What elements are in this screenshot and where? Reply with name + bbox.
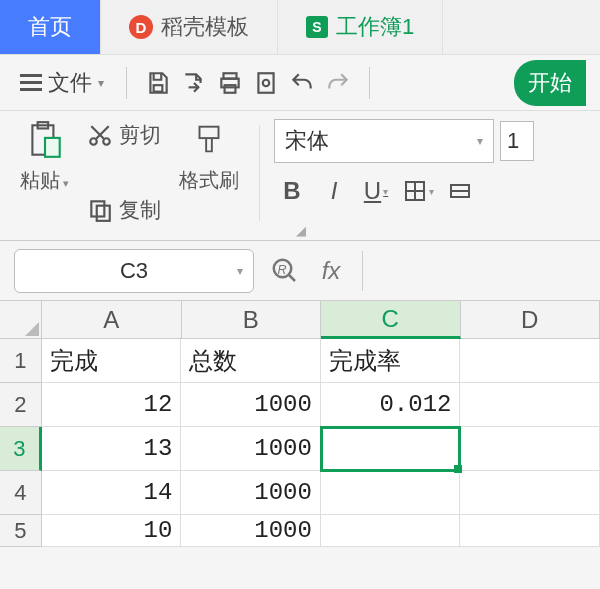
underline-button[interactable]: U ▾ — [358, 173, 394, 209]
document-tabs: 首页 D 稻壳模板 S 工作簿1 — [0, 0, 600, 55]
cell-c5[interactable] — [321, 515, 461, 547]
merge-button[interactable] — [442, 173, 478, 209]
cell-b2[interactable]: 1000 — [181, 383, 321, 427]
row-header-3[interactable]: 3 — [0, 427, 42, 471]
bold-label: B — [283, 177, 300, 205]
italic-button[interactable]: I — [316, 173, 352, 209]
cell-a2[interactable]: 12 — [42, 383, 182, 427]
tab-home[interactable]: 首页 — [0, 0, 101, 54]
file-menu-button[interactable]: 文件 ▾ — [14, 64, 110, 102]
copy-icon — [87, 197, 113, 223]
paste-button[interactable]: 粘贴▾ — [14, 119, 75, 226]
font-size-value: 1 — [507, 128, 519, 153]
formula-input[interactable] — [362, 251, 586, 291]
column-header-b[interactable]: B — [182, 301, 322, 339]
save-button[interactable] — [143, 68, 173, 98]
separator — [369, 67, 370, 99]
cell-b1[interactable]: 总数 — [181, 339, 321, 383]
chevron-down-icon: ▾ — [429, 186, 434, 197]
column-header-d[interactable]: D — [461, 301, 601, 339]
export-button[interactable] — [179, 68, 209, 98]
cell-c1[interactable]: 完成率 — [321, 339, 461, 383]
hamburger-icon — [20, 74, 42, 91]
copy-label: 复制 — [119, 196, 161, 224]
format-painter-label: 格式刷 — [179, 167, 239, 194]
ribbon: 粘贴▾ 剪切 复制 格式刷 宋体 ▾ 1 B — [0, 111, 600, 241]
cell-b5[interactable]: 1000 — [181, 515, 321, 547]
cell-a3[interactable]: 13 — [42, 427, 182, 471]
separator — [259, 125, 260, 221]
name-box[interactable]: C3 ▾ — [14, 249, 254, 293]
ribbon-tab-start-label: 开始 — [528, 70, 572, 95]
chevron-down-icon: ▾ — [237, 264, 243, 278]
export-icon — [181, 70, 207, 96]
scissors-icon — [87, 122, 113, 148]
merge-icon — [448, 179, 472, 203]
column-header-a[interactable]: A — [42, 301, 182, 339]
select-all-icon — [25, 322, 39, 336]
cell-d4[interactable] — [460, 471, 600, 515]
svg-rect-13 — [200, 127, 219, 138]
quick-access-toolbar: 文件 ▾ 开始 — [0, 55, 600, 111]
table-row: 2 12 1000 0.012 — [0, 383, 600, 427]
redo-button[interactable] — [323, 68, 353, 98]
magnifier-r-icon: R — [270, 256, 300, 286]
font-size-select[interactable]: 1 — [500, 121, 534, 161]
name-box-value: C3 — [120, 258, 148, 284]
tab-workbook[interactable]: S 工作簿1 — [278, 0, 443, 54]
cell-c4[interactable] — [321, 471, 461, 515]
preview-icon — [253, 70, 279, 96]
svg-text:R: R — [278, 262, 287, 276]
print-button[interactable] — [215, 68, 245, 98]
row-header-4[interactable]: 4 — [0, 471, 42, 515]
tab-workbook-label: 工作簿1 — [336, 12, 414, 42]
cell-d3[interactable] — [460, 427, 600, 471]
chevron-down-icon: ▾ — [383, 186, 388, 197]
cell-c2[interactable]: 0.012 — [321, 383, 461, 427]
table-row: 3 13 1000 — [0, 427, 600, 471]
select-all-corner[interactable] — [0, 301, 42, 339]
italic-label: I — [331, 177, 338, 205]
font-name-select[interactable]: 宋体 ▾ — [274, 119, 494, 163]
spreadsheet-grid: A B C D 1 完成 总数 完成率 2 12 1000 0.012 3 13… — [0, 301, 600, 547]
fx-label: fx — [322, 257, 341, 285]
cell-b3[interactable]: 1000 — [181, 427, 321, 471]
table-row: 1 完成 总数 完成率 — [0, 339, 600, 383]
group-launcher[interactable]: ◢ — [296, 223, 306, 238]
print-preview-button[interactable] — [251, 68, 281, 98]
undo-icon — [289, 70, 315, 96]
svg-point-5 — [263, 79, 270, 86]
undo-button[interactable] — [287, 68, 317, 98]
column-header-c[interactable]: C — [321, 301, 461, 339]
table-row: 4 14 1000 — [0, 471, 600, 515]
cell-a5[interactable]: 10 — [42, 515, 182, 547]
ribbon-tab-start[interactable]: 开始 — [514, 60, 586, 106]
trace-button[interactable]: R — [270, 256, 300, 286]
column-headers: A B C D — [42, 301, 600, 339]
row-header-5[interactable]: 5 — [0, 515, 42, 547]
cell-c3[interactable] — [321, 427, 461, 471]
svg-rect-11 — [91, 201, 104, 216]
cell-b4[interactable]: 1000 — [181, 471, 321, 515]
cut-button[interactable]: 剪切 — [83, 119, 165, 151]
print-icon — [217, 70, 243, 96]
tab-template-label: 稻壳模板 — [161, 12, 249, 42]
insert-function-button[interactable]: fx — [316, 256, 346, 286]
bold-button[interactable]: B — [274, 173, 310, 209]
paste-label: 粘贴 — [20, 169, 60, 191]
row-header-2[interactable]: 2 — [0, 383, 42, 427]
cell-d1[interactable] — [460, 339, 600, 383]
chevron-down-icon: ▾ — [63, 177, 69, 189]
cell-d2[interactable] — [460, 383, 600, 427]
docer-icon: D — [129, 15, 153, 39]
format-painter-button[interactable]: 格式刷 — [173, 119, 245, 226]
cell-a1[interactable]: 完成 — [42, 339, 182, 383]
save-icon — [145, 70, 171, 96]
cell-d5[interactable] — [460, 515, 600, 547]
cell-a4[interactable]: 14 — [42, 471, 182, 515]
borders-button[interactable]: ▾ — [400, 173, 436, 209]
svg-rect-4 — [258, 73, 273, 93]
copy-button[interactable]: 复制 — [83, 194, 165, 226]
tab-template[interactable]: D 稻壳模板 — [101, 0, 278, 54]
row-header-1[interactable]: 1 — [0, 339, 42, 383]
